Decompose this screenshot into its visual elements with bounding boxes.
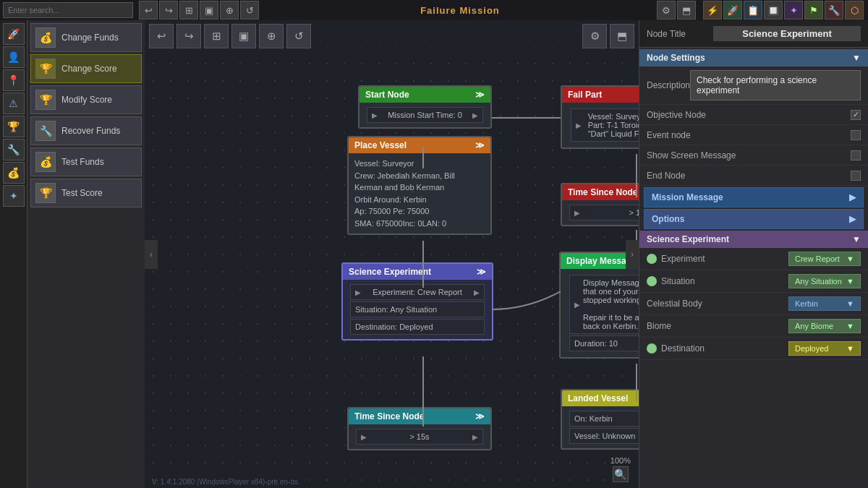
biome-label: Biome	[647, 321, 788, 331]
menu-item-label: Test Funds	[61, 157, 104, 167]
icon-6[interactable]: ⚑	[804, 1, 823, 20]
canvas-settings[interactable]: ⚙	[582, 24, 607, 48]
show-screen-message-checkbox[interactable]	[851, 150, 861, 160]
canvas-refresh[interactable]: ↺	[286, 24, 311, 48]
fail-part-header: Fail Part ≫	[562, 87, 639, 103]
scroll-right[interactable]: ›	[626, 240, 639, 269]
refresh-button[interactable]: ↺	[240, 1, 259, 20]
canvas-toolbar: ↩ ↪ ⊞ ▣ ⊕ ↺ ⚙ ⬒	[145, 20, 639, 52]
objective-node-row: Objective Node	[639, 105, 868, 125]
undo-button[interactable]: ↩	[139, 1, 158, 20]
icon-3[interactable]: 📋	[744, 1, 762, 20]
sidebar-icon-crew[interactable]: 👤	[3, 46, 25, 68]
situation-row: Situation Any Situation ▼	[639, 270, 868, 293]
export-icon[interactable]: ⬒	[677, 1, 696, 20]
sidebar-icon-wrench[interactable]: 🔧	[3, 139, 25, 160]
zoom-controls: 100% 🔍	[610, 456, 631, 482]
icon-2[interactable]: 🚀	[723, 1, 742, 20]
place-vessel-node[interactable]: Place Vessel ≫ Vessel: Surveyor Crew: Je…	[347, 136, 492, 235]
scroll-left[interactable]: ‹	[145, 240, 158, 269]
test-funds-icon: 💰	[35, 152, 56, 172]
science-experiment-node[interactable]: Science Experiment ≫ ▶ Experiment: Crew …	[341, 262, 493, 341]
icon-1[interactable]: ⚡	[703, 1, 722, 20]
topbar: ↩ ↪ ⊞ ▣ ⊕ ↺ Failure Mission ⚙ ⬒ ⚡ 🚀 📋 🔲 …	[0, 0, 868, 20]
icon-4[interactable]: 🔲	[764, 1, 783, 20]
sidebar-icon-location[interactable]: 📍	[3, 69, 25, 91]
science-section-header[interactable]: Science Experiment ▼	[639, 231, 868, 248]
menu-item-modify-score[interactable]: 🏆 Modify Score	[30, 85, 142, 114]
canvas-export[interactable]: ⬒	[610, 24, 634, 48]
menu-item-test-score[interactable]: 🏆 Test Score	[30, 179, 142, 207]
menu-item-change-funds[interactable]: 💰 Change Funds	[30, 23, 142, 52]
situation-label: Situation	[661, 276, 788, 286]
sidebar-icon-star[interactable]: ✦	[3, 185, 25, 207]
experiment-dropdown[interactable]: Crew Report ▼	[788, 252, 861, 266]
zoom-out-button[interactable]: 🔍	[613, 466, 629, 482]
mission-title: Failure Mission	[263, 5, 657, 16]
select-button[interactable]: ▣	[200, 1, 218, 20]
change-score-icon: 🏆	[35, 59, 56, 79]
celestial-body-row: Celestial Body Kerbin ▼	[639, 293, 868, 315]
time-since-top-header: Time Since Node ≫	[562, 184, 639, 200]
objective-node-label: Objective Node	[647, 110, 851, 120]
canvas-layers[interactable]: ⊕	[259, 24, 284, 48]
place-vessel-header: Place Vessel ≫	[349, 137, 490, 153]
mission-message-button[interactable]: Mission Message ▶	[644, 187, 864, 207]
end-node-checkbox[interactable]	[851, 171, 861, 181]
sidebar-icon-column: 🚀 👤 📍 ⚠ 🏆 🔧 💰 ✦	[0, 20, 27, 488]
canvas-area[interactable]: ↩ ↪ ⊞ ▣ ⊕ ↺ ⚙ ⬒ Start Node ≫ ▶	[145, 20, 639, 488]
node-title-label: Node Title	[647, 29, 713, 39]
science-experiment-header: Science Experiment ≫	[343, 264, 492, 280]
event-node-row: Event node	[639, 125, 868, 145]
grid-button[interactable]: ⊞	[179, 1, 198, 20]
options-button[interactable]: Options ▶	[644, 209, 864, 229]
icon-5[interactable]: ✦	[784, 1, 803, 20]
experiment-icon	[647, 254, 657, 264]
time-since-bottom-node[interactable]: Time Since Node ≫ ▶ > 15s ▶	[347, 407, 492, 450]
destination-row: Destination Deployed ▼	[639, 338, 868, 360]
layers-button[interactable]: ⊕	[220, 1, 239, 20]
time-since-top-node[interactable]: Time Since Node ≫ ▶ > 1s ▶	[561, 183, 639, 226]
end-node-row: End Node	[639, 166, 868, 186]
experiment-label: Experiment	[661, 254, 788, 264]
menu-item-label: Change Score	[61, 64, 117, 74]
description-value: Check for performing a science experimen…	[690, 70, 861, 100]
sidebar-icon-rocket[interactable]: 🚀	[3, 23, 25, 45]
sidebar-menu: 💰 Change Funds 🏆 Change Score 🏆 Modify S…	[27, 20, 145, 213]
canvas-grid[interactable]: ⊞	[204, 24, 229, 48]
objective-node-checkbox[interactable]	[851, 110, 861, 120]
biome-dropdown[interactable]: Any Biome ▼	[788, 319, 861, 333]
canvas-undo[interactable]: ↩	[149, 24, 174, 48]
fail-part-node[interactable]: Fail Part ≫ ▶ Vessel: SurveyorPart: T-1 …	[561, 85, 639, 149]
search-input[interactable]	[3, 2, 133, 18]
icon-7[interactable]: 🔧	[825, 1, 843, 20]
menu-item-test-funds[interactable]: 💰 Test Funds	[30, 147, 142, 176]
menu-item-label: Modify Score	[61, 95, 112, 105]
canvas-select[interactable]: ▣	[231, 24, 256, 48]
start-node[interactable]: Start Node ≫ ▶ Mission Start Time: 0 ▶	[358, 85, 492, 129]
time-since-bottom-body: ▶ > 15s ▶	[349, 424, 490, 449]
menu-item-change-score[interactable]: 🏆 Change Score	[30, 54, 142, 83]
time-since-bottom-header: Time Since Node ≫	[349, 408, 490, 424]
redo-button[interactable]: ↪	[159, 1, 178, 20]
menu-item-recover-funds[interactable]: 🔧 Recover Funds	[30, 116, 142, 145]
settings-icon[interactable]: ⚙	[657, 1, 676, 20]
sidebar-icon-funds[interactable]: 💰	[3, 162, 25, 184]
landed-vessel-body: On: Kerbin Vessel: Unknown	[562, 406, 639, 448]
celestial-body-dropdown[interactable]: Kerbin ▼	[788, 296, 861, 311]
node-settings-section[interactable]: Node Settings ▼	[639, 49, 868, 67]
landed-vessel-node[interactable]: Landed Vessel ≫ On: Kerbin Vessel: Unkno…	[561, 389, 639, 450]
right-panel: Node Title Science Experiment Node Setti…	[639, 20, 868, 488]
display-message-body: ▶ Display Message: It seems that one of …	[561, 269, 639, 357]
celestial-body-label: Celestial Body	[647, 299, 788, 309]
sidebar-icon-trophy[interactable]: 🏆	[3, 116, 25, 137]
start-node-header: Start Node ≫	[359, 87, 490, 103]
canvas-redo[interactable]: ↪	[176, 24, 201, 48]
sidebar-icon-alert[interactable]: ⚠	[3, 93, 25, 114]
icon-8[interactable]: ⬡	[845, 1, 864, 20]
destination-dropdown[interactable]: Deployed ▼	[788, 341, 861, 356]
event-node-checkbox[interactable]	[851, 130, 861, 140]
situation-dropdown[interactable]: Any Situation ▼	[788, 274, 861, 288]
time-since-top-body: ▶ > 1s ▶	[562, 200, 639, 225]
start-node-body: ▶ Mission Start Time: 0 ▶	[359, 103, 490, 127]
